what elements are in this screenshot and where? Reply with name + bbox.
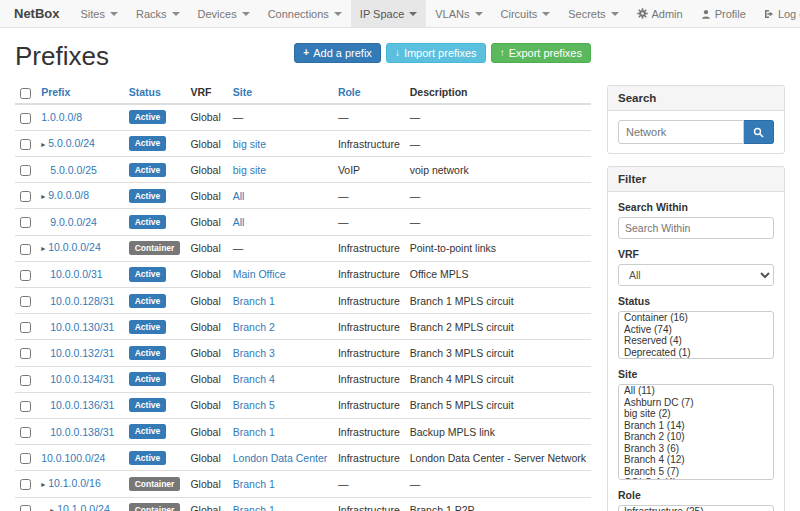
filter-option[interactable]: Branch 1 (14): [619, 420, 773, 432]
prefix-link[interactable]: 5.0.0.0/24: [48, 137, 95, 149]
prefix-link[interactable]: 10.0.0.134/31: [50, 373, 114, 385]
nav-item-profile[interactable]: Profile: [692, 0, 755, 27]
vrf-cell: Global: [185, 235, 227, 261]
site-link[interactable]: All: [233, 190, 245, 202]
select-all-checkbox[interactable]: [20, 88, 31, 99]
prefix-link[interactable]: 10.0.100.0/24: [41, 452, 105, 464]
prefix-link[interactable]: 9.0.0.0/24: [50, 216, 97, 228]
filter-option[interactable]: Active (74): [619, 324, 773, 336]
prefix-link[interactable]: 1.0.0.0/8: [41, 111, 82, 123]
column-header-site[interactable]: Site: [228, 82, 333, 104]
prefix-link[interactable]: 10.1.0.0/16: [48, 477, 101, 489]
nav-item-admin[interactable]: Admin: [628, 0, 692, 27]
description-cell: Branch 1 P2P: [405, 497, 591, 511]
site-link[interactable]: Branch 1: [233, 295, 275, 307]
prefix-link[interactable]: 10.0.0.0/31: [50, 268, 103, 280]
import-button[interactable]: ↓Import prefixes: [386, 43, 486, 63]
role-filter-listbox[interactable]: Infrastructure (25)Management (8)Private…: [618, 505, 774, 511]
site-filter-listbox[interactable]: All (11)Ashburn DC (7)big site (2)Branch…: [618, 384, 774, 480]
search-within-input[interactable]: [618, 217, 774, 239]
site-link[interactable]: Branch 3: [233, 347, 275, 359]
nav-item-log-out[interactable]: Log out: [755, 0, 800, 27]
status-badge: Active: [129, 346, 167, 360]
status-filter-listbox[interactable]: Container (16)Active (74)Reserved (4)Dep…: [618, 311, 774, 359]
row-checkbox[interactable]: [20, 322, 31, 333]
prefix-link[interactable]: 9.0.0.0/8: [48, 189, 89, 201]
filter-option[interactable]: Reserved (4): [619, 335, 773, 347]
row-checkbox[interactable]: [20, 244, 31, 255]
site-link[interactable]: London Data Center: [233, 452, 328, 464]
app-brand[interactable]: NetBox: [14, 0, 60, 27]
row-checkbox[interactable]: [20, 217, 31, 228]
site-link[interactable]: All: [233, 216, 245, 228]
nav-item-label: Secrets: [568, 8, 605, 20]
description-cell: —: [405, 104, 591, 131]
row-checkbox[interactable]: [20, 401, 31, 412]
prefix-link[interactable]: 10.0.0.130/31: [50, 321, 114, 333]
nav-item-racks[interactable]: Racks: [127, 0, 189, 27]
filter-option[interactable]: Ashburn DC (7): [619, 397, 773, 409]
nav-item-ip-space[interactable]: IP Space: [351, 0, 426, 27]
prefix-link[interactable]: 10.0.0.132/31: [50, 347, 114, 359]
export-button[interactable]: ↑Export prefixes: [491, 43, 591, 63]
row-checkbox[interactable]: [20, 165, 31, 176]
prefix-link[interactable]: 10.0.0.136/31: [50, 399, 114, 411]
description-cell: Branch 4 MPLS circuit: [405, 366, 591, 392]
site-link[interactable]: Branch 4: [233, 373, 275, 385]
status-cell: Active: [124, 314, 186, 340]
column-header-prefix[interactable]: Prefix: [36, 82, 124, 104]
site-cell: —: [228, 104, 333, 131]
prefix-link[interactable]: 10.1.0.0/24: [57, 503, 110, 511]
prefix-link[interactable]: 5.0.0.0/25: [50, 164, 97, 176]
vrf-cell: Global: [185, 209, 227, 235]
filter-option[interactable]: Container (16): [619, 312, 773, 324]
site-link[interactable]: Branch 1: [233, 426, 275, 438]
site-link[interactable]: Branch 1: [233, 478, 275, 490]
site-link[interactable]: Branch 1: [233, 504, 275, 511]
caret-right-icon: ▸: [41, 140, 45, 149]
add-button[interactable]: +Add a prefix: [294, 43, 381, 63]
prefix-link[interactable]: 10.0.0.128/31: [50, 295, 114, 307]
filter-option[interactable]: Branch 3 (6): [619, 443, 773, 455]
column-header-role[interactable]: Role: [333, 82, 405, 104]
filter-option[interactable]: Deprecated (1): [619, 347, 773, 359]
site-link[interactable]: Branch 5: [233, 399, 275, 411]
nav-item-circuits[interactable]: Circuits: [492, 0, 560, 27]
filter-option[interactable]: big site (2): [619, 408, 773, 420]
prefix-link[interactable]: 10.0.0.138/31: [50, 426, 114, 438]
prefix-cell: 10.0.0.132/31: [36, 340, 124, 366]
row-checkbox[interactable]: [20, 113, 31, 124]
row-checkbox[interactable]: [20, 270, 31, 281]
site-link[interactable]: big site: [233, 164, 266, 176]
filter-option[interactable]: Branch 4 (12): [619, 454, 773, 466]
search-input[interactable]: [618, 120, 744, 144]
filter-option[interactable]: All (11): [619, 385, 773, 397]
site-link[interactable]: big site: [233, 138, 266, 150]
nav-item-vlans[interactable]: VLANs: [426, 0, 491, 27]
column-header-status[interactable]: Status: [124, 82, 186, 104]
nav-item-secrets[interactable]: Secrets: [559, 0, 627, 27]
nav-item-connections[interactable]: Connections: [259, 0, 351, 27]
filter-option[interactable]: Branch 5 (7): [619, 466, 773, 478]
row-checkbox[interactable]: [20, 479, 31, 490]
row-checkbox[interactable]: [20, 191, 31, 202]
site-link[interactable]: Branch 2: [233, 321, 275, 333]
indent-spacer: [41, 277, 50, 278]
vrf-select[interactable]: All: [618, 264, 774, 286]
row-checkbox[interactable]: [20, 453, 31, 464]
site-link[interactable]: Main Office: [233, 268, 286, 280]
row-checkbox[interactable]: [20, 505, 31, 511]
row-checkbox[interactable]: [20, 139, 31, 150]
vrf-cell: Global: [185, 157, 227, 183]
filter-option[interactable]: COLO-1 (4): [619, 477, 773, 480]
search-button[interactable]: [744, 120, 774, 144]
prefix-link[interactable]: 10.0.0.0/24: [48, 241, 101, 253]
nav-item-sites[interactable]: Sites: [72, 0, 127, 27]
filter-option[interactable]: Infrastructure (25): [619, 506, 773, 511]
filter-option[interactable]: Branch 2 (10): [619, 431, 773, 443]
row-checkbox[interactable]: [20, 348, 31, 359]
row-checkbox[interactable]: [20, 296, 31, 307]
nav-item-devices[interactable]: Devices: [189, 0, 259, 27]
row-checkbox[interactable]: [20, 427, 31, 438]
row-checkbox[interactable]: [20, 375, 31, 386]
